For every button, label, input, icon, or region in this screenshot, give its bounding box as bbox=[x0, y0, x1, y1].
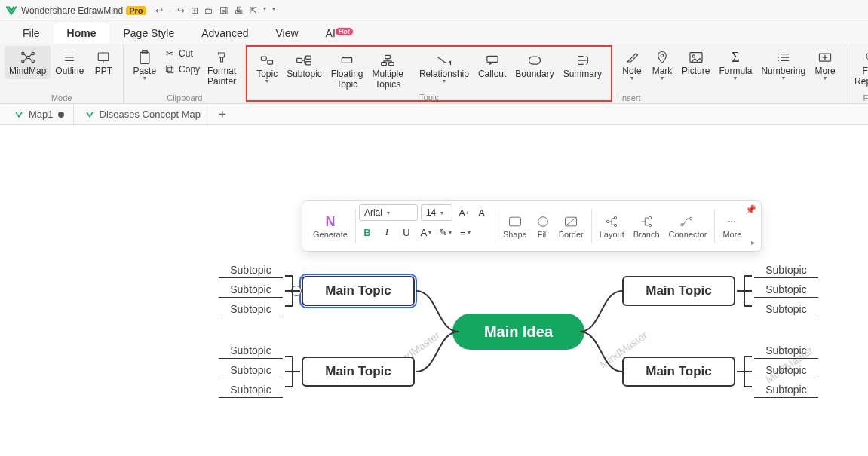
subtopic[interactable]: Subtopic bbox=[754, 384, 818, 398]
picture-icon bbox=[687, 49, 705, 66]
new-icon[interactable]: ⊞ bbox=[191, 5, 198, 16]
cut-button[interactable]: ✂Cut bbox=[161, 46, 203, 61]
main-topic-tl[interactable]: Main Topic bbox=[302, 276, 415, 306]
svg-rect-8 bbox=[166, 66, 171, 71]
menu-home[interactable]: Home bbox=[54, 23, 110, 44]
subtopic[interactable]: Subtopic bbox=[219, 264, 283, 278]
find-replace-button[interactable]: Find Replace bbox=[850, 46, 868, 90]
summary-button[interactable]: Summary bbox=[559, 49, 606, 82]
copy-button[interactable]: Copy bbox=[161, 62, 203, 77]
floating-topic-icon bbox=[338, 52, 356, 69]
floating-topic-button[interactable]: Floating Topic bbox=[327, 49, 368, 93]
callout-button[interactable]: Callout bbox=[474, 49, 511, 82]
outline-button[interactable]: Outline bbox=[51, 46, 88, 79]
clipboard-group-label: Clipboard bbox=[128, 93, 241, 103]
note-icon bbox=[623, 49, 641, 66]
app-title: Wondershare EdrawMind bbox=[21, 5, 123, 16]
qat-overflow-icon[interactable]: ▾ bbox=[272, 5, 275, 16]
callout-label: Callout bbox=[478, 69, 506, 79]
boundary-label: Boundary bbox=[515, 69, 554, 79]
note-button[interactable]: Note▾ bbox=[617, 46, 647, 84]
copy-icon bbox=[164, 63, 176, 75]
add-tab-button[interactable]: ＋ bbox=[212, 106, 233, 122]
relationship-icon bbox=[435, 52, 453, 69]
formula-icon: Σ bbox=[726, 49, 744, 66]
subtopic[interactable]: Subtopic bbox=[754, 264, 818, 278]
main-topic-bl[interactable]: Main Topic bbox=[302, 357, 415, 387]
subtopic[interactable]: Subtopic bbox=[754, 344, 818, 359]
subtopic[interactable]: Subtopic bbox=[219, 344, 283, 359]
svg-rect-10 bbox=[262, 57, 267, 60]
subtopic[interactable]: Subtopic bbox=[219, 364, 283, 378]
svg-rect-15 bbox=[342, 58, 352, 63]
svg-rect-22 bbox=[690, 53, 702, 63]
formula-button[interactable]: ΣFormula▾ bbox=[714, 46, 756, 84]
insert-group-label: Insert bbox=[617, 93, 840, 103]
doc-icon bbox=[14, 109, 24, 120]
topic-button[interactable]: Topic▾ bbox=[252, 49, 282, 87]
quick-access-toolbar: ↩ · ↪ ⊞ 🗀 🖫 🖶 ⇱ ▾ ▾ bbox=[155, 5, 275, 16]
redo-icon[interactable]: ↪ bbox=[177, 5, 185, 16]
subtopic[interactable]: Subtopic bbox=[219, 303, 283, 317]
mindmap-icon bbox=[19, 49, 37, 66]
menu-ai[interactable]: AIHot bbox=[312, 23, 367, 44]
ribbon: MindMap Outline PPT Mode Paste ▾ ✂Cut Co… bbox=[0, 44, 868, 104]
relationship-button[interactable]: Relationship▾ bbox=[415, 49, 474, 87]
subtopic[interactable]: Subtopic bbox=[754, 303, 818, 317]
picture-label: Picture bbox=[682, 66, 710, 76]
canvas[interactable]: 📌 ▸ N Generate Arial▾ 14▾ A+ A− B I U A … bbox=[0, 125, 868, 456]
mindmap-label: MindMap bbox=[9, 66, 46, 76]
svg-point-1 bbox=[21, 52, 23, 54]
tab-map1-label: Map1 bbox=[29, 109, 54, 120]
title-bar: Wondershare EdrawMind Pro ↩ · ↪ ⊞ 🗀 🖫 🖶 … bbox=[0, 0, 868, 21]
mark-button[interactable]: Mark▾ bbox=[647, 46, 677, 84]
subtopic[interactable]: Subtopic bbox=[754, 364, 818, 378]
multiple-topics-button[interactable]: Multiple Topics bbox=[368, 49, 408, 93]
find-icon bbox=[862, 49, 868, 66]
center-node[interactable]: Main Idea bbox=[452, 314, 584, 350]
tab-diseases[interactable]: Diseases Concept Map bbox=[75, 104, 210, 125]
ribbon-group-clipboard: Paste ▾ ✂Cut Copy Format Painter Clipboa… bbox=[124, 44, 246, 103]
main-topic-tr[interactable]: Main Topic bbox=[622, 276, 735, 306]
menu-page-style[interactable]: Page Style bbox=[109, 23, 188, 44]
open-icon[interactable]: 🗀 bbox=[204, 5, 213, 16]
subtopic[interactable]: Subtopic bbox=[219, 283, 283, 298]
boundary-icon bbox=[526, 52, 544, 69]
topic-group-label: Topic bbox=[252, 93, 606, 102]
save-icon[interactable]: 🖫 bbox=[219, 5, 229, 16]
more-insert-button[interactable]: More▾ bbox=[810, 46, 840, 84]
menu-file[interactable]: File bbox=[9, 23, 54, 44]
svg-point-23 bbox=[692, 55, 695, 57]
multiple-topics-icon bbox=[379, 52, 397, 69]
subtopic[interactable]: Subtopic bbox=[219, 384, 283, 398]
menu-view[interactable]: View bbox=[262, 23, 311, 44]
mindmap-button[interactable]: MindMap bbox=[5, 46, 51, 79]
format-painter-button[interactable]: Format Painter bbox=[203, 46, 241, 90]
numbering-button[interactable]: Numbering▾ bbox=[756, 46, 810, 84]
ppt-button[interactable]: PPT bbox=[88, 46, 118, 79]
qat-sep: · bbox=[169, 5, 171, 16]
subtopic[interactable]: Subtopic bbox=[754, 283, 818, 298]
svg-rect-14 bbox=[306, 62, 311, 65]
ppt-label: PPT bbox=[95, 66, 112, 76]
cut-label: Cut bbox=[179, 48, 193, 59]
qat-caret-icon[interactable]: ▾ bbox=[263, 5, 266, 16]
ribbon-group-mode: MindMap Outline PPT Mode bbox=[0, 44, 124, 103]
tab-map1[interactable]: Map1 bbox=[5, 104, 74, 125]
print-icon[interactable]: 🖶 bbox=[235, 5, 244, 16]
picture-button[interactable]: Picture bbox=[677, 46, 714, 79]
collapse-toggle[interactable]: − bbox=[291, 286, 302, 296]
boundary-button[interactable]: Boundary bbox=[511, 49, 558, 82]
paste-button[interactable]: Paste ▾ bbox=[128, 46, 161, 84]
export-icon[interactable]: ⇱ bbox=[250, 5, 257, 16]
main-topic-br[interactable]: Main Topic bbox=[622, 357, 735, 387]
subtopic-icon bbox=[295, 52, 313, 69]
menu-advanced[interactable]: Advanced bbox=[188, 23, 262, 44]
svg-rect-13 bbox=[306, 56, 311, 59]
undo-icon[interactable]: ↩ bbox=[155, 5, 163, 16]
subtopic-button[interactable]: Subtopic bbox=[282, 49, 327, 82]
paste-icon bbox=[136, 49, 154, 66]
svg-rect-19 bbox=[486, 56, 497, 62]
outline-label: Outline bbox=[55, 66, 84, 76]
subtopic-label: Subtopic bbox=[287, 69, 322, 79]
